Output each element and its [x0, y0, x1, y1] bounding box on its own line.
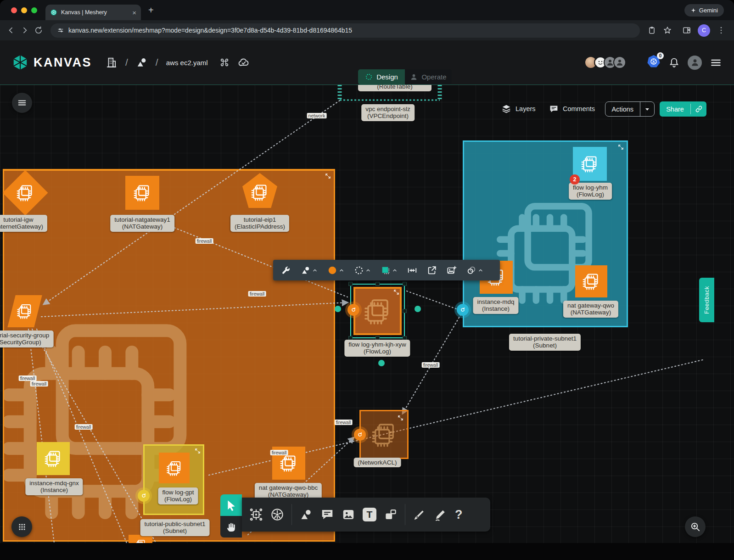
comment-tool[interactable]	[320, 508, 334, 521]
node-flow-log-gpt-container[interactable]	[143, 444, 204, 515]
back-icon[interactable]	[6, 26, 16, 35]
node-flow-log-gpt[interactable]	[159, 453, 190, 483]
chrome-profile-avatar[interactable]: C	[698, 24, 710, 37]
cloud-sync-icon[interactable]	[237, 56, 250, 69]
select-tool[interactable]	[220, 494, 242, 516]
actions-button[interactable]: Actions	[605, 101, 655, 117]
resize-handle[interactable]	[348, 282, 353, 286]
zoom-button[interactable]	[685, 516, 706, 537]
tab-design[interactable]: Design	[358, 69, 405, 84]
collapse-icon[interactable]	[618, 144, 624, 150]
flow-log-gpt-badge[interactable]	[138, 490, 150, 502]
account-avatar[interactable]	[688, 56, 702, 70]
address-bar[interactable]: kanvas.new/extension/meshmap?mode=design…	[50, 23, 640, 38]
wrench-icon	[281, 265, 291, 275]
chevron-up-icon	[392, 268, 398, 273]
browser-tab[interactable]: Kanvas | Meshery ×	[45, 5, 141, 20]
tweak-tool[interactable]	[281, 265, 291, 275]
kubernetes-tool[interactable]	[270, 508, 284, 521]
node-label: instance-mdq(Instance)	[473, 297, 518, 314]
gemini-button[interactable]: Gemini	[684, 4, 724, 17]
border-style-picker[interactable]	[354, 265, 371, 275]
widgets-button[interactable]	[11, 516, 32, 537]
environment-count-badge: 0	[657, 52, 664, 59]
layers-button[interactable]: Layers	[501, 101, 536, 116]
connection-dot[interactable]	[378, 360, 385, 366]
node-nat-gateway-qwo[interactable]	[575, 265, 607, 297]
app-menu-icon[interactable]	[710, 56, 722, 69]
collapse-icon[interactable]	[325, 173, 331, 179]
resize-tool[interactable]	[407, 265, 417, 275]
frame-tool[interactable]	[384, 508, 398, 521]
add-image[interactable]	[447, 265, 457, 275]
environment-button[interactable]: 0	[647, 55, 661, 70]
flow-log-badge[interactable]	[347, 304, 359, 316]
kanvas-logo-icon	[12, 54, 28, 71]
text-tool[interactable]: T	[363, 508, 376, 521]
background-style-picker[interactable]	[381, 265, 398, 275]
network-acl-badge[interactable]	[354, 429, 366, 441]
organization-icon[interactable]	[106, 56, 118, 68]
collapse-icon[interactable]	[393, 289, 399, 295]
kanvas-brand[interactable]: KANVAS	[12, 54, 92, 71]
share-button[interactable]: Share	[660, 101, 706, 117]
subnet-connection-badge[interactable]	[457, 304, 469, 316]
actions-dropdown-caret[interactable]	[640, 106, 654, 113]
minimize-window-button[interactable]	[21, 7, 27, 13]
feedback-tab[interactable]: Feedback	[699, 278, 714, 322]
design-file-name[interactable]: aws ec2.yaml	[166, 59, 208, 67]
reload-icon[interactable]	[34, 26, 43, 35]
node-network-acl[interactable]	[359, 410, 409, 459]
tab-operate[interactable]: Operate	[405, 69, 452, 84]
fill-color-picker[interactable]	[327, 265, 344, 275]
save-page-icon[interactable]	[647, 26, 656, 35]
shapes-tool[interactable]	[299, 508, 313, 521]
browser-menu-icon[interactable]	[717, 26, 726, 35]
connection-dot[interactable]	[335, 306, 341, 312]
meshery-favicon	[50, 9, 57, 16]
close-window-button[interactable]	[11, 7, 17, 13]
refresh-icon	[459, 307, 466, 313]
forward-icon[interactable]	[20, 26, 29, 35]
canvas-menu-button[interactable]	[12, 93, 32, 113]
new-tab-button[interactable]: +	[148, 5, 154, 16]
component-tool[interactable]	[249, 508, 263, 521]
comments-button[interactable]: Comments	[549, 101, 595, 116]
tab-close-icon[interactable]: ×	[132, 9, 136, 17]
url-text: kanvas.new/extension/meshmap?mode=design…	[68, 27, 352, 34]
shape-style-picker[interactable]	[301, 265, 318, 275]
image-add-icon	[447, 265, 457, 275]
help-tool[interactable]: ?	[455, 508, 463, 522]
resize-handle[interactable]	[403, 309, 407, 313]
collapse-icon[interactable]	[195, 448, 201, 454]
collapse-icon[interactable]	[398, 415, 403, 421]
pen-icon	[413, 508, 426, 521]
maximize-window-button[interactable]	[31, 7, 37, 13]
node-instance-mdq-gnx[interactable]	[37, 442, 70, 475]
open-in-new[interactable]	[427, 265, 437, 275]
command-icon[interactable]	[219, 57, 230, 67]
image-tool[interactable]	[342, 508, 355, 521]
node-tutorial-natgateway1[interactable]	[125, 176, 159, 210]
pan-tool[interactable]	[220, 516, 242, 538]
image-icon	[342, 508, 355, 521]
copy-link-button[interactable]	[691, 105, 706, 113]
collaborator-avatar[interactable]	[613, 56, 626, 69]
site-settings-icon[interactable]	[57, 27, 64, 34]
connection-dot[interactable]	[415, 306, 421, 312]
workspace-shapes-icon[interactable]	[136, 56, 148, 68]
notification-count-badge[interactable]: 2	[570, 174, 580, 185]
operate-mode-icon	[410, 73, 418, 81]
pen-tool[interactable]	[413, 508, 426, 521]
kubernetes-icon	[270, 508, 284, 521]
resize-handle[interactable]	[375, 282, 380, 286]
opacity-picker[interactable]	[466, 265, 483, 275]
circuit-icon	[249, 508, 263, 521]
pencil-tool[interactable]	[434, 508, 448, 521]
bookmark-star-icon[interactable]	[663, 26, 672, 35]
node-label: tutorial-igw(InternetGateway)	[0, 215, 47, 232]
design-canvas[interactable]: (RouteTable) vpc endpoint-slz(VPCEndpoin…	[0, 85, 734, 543]
notifications-bell-icon[interactable]	[668, 57, 680, 68]
resize-handle[interactable]	[403, 282, 407, 286]
side-panel-icon[interactable]	[682, 26, 691, 35]
